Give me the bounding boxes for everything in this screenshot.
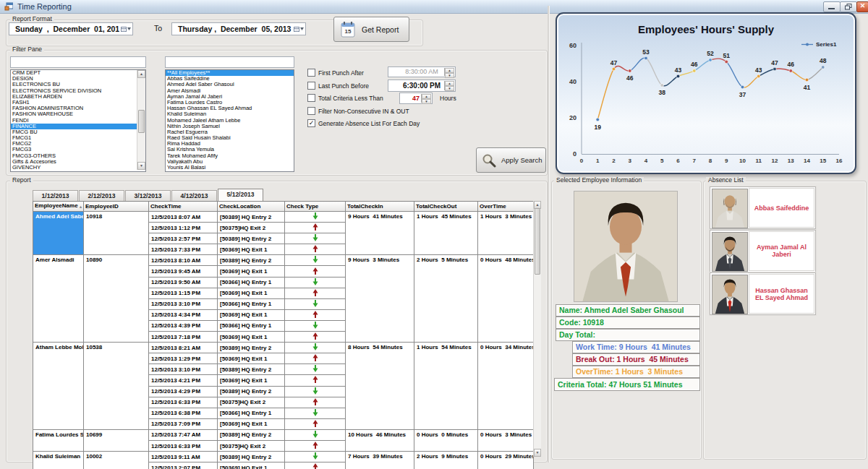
scroll-down-arrow[interactable]: ▼ bbox=[137, 162, 145, 170]
check-time-cell[interactable]: 12/5/2013 8:21 AM bbox=[149, 343, 218, 353]
scroll-up-arrow[interactable]: ▲ bbox=[137, 70, 145, 78]
check-time-cell[interactable]: 12/5/2013 4:34 PM bbox=[149, 309, 218, 320]
tab-5-12-2013[interactable]: 5/12/2013 bbox=[218, 189, 263, 202]
checkbox-total-criteria-less-than[interactable]: Total Criteria Less Than bbox=[307, 94, 383, 102]
get-report-button[interactable]: 15 Get Report bbox=[333, 17, 409, 42]
employee-name-cell[interactable]: Atham Lebbe Mohame... bbox=[33, 343, 84, 430]
check-location-cell[interactable]: [50389] HQ Entry 2 bbox=[218, 386, 285, 397]
check-time-cell[interactable]: 12/5/2013 1:29 PM bbox=[149, 353, 218, 364]
check-location-cell[interactable]: [50369] HQ Exit 1 bbox=[218, 375, 285, 386]
check-time-cell[interactable]: 12/5/2013 2:57 PM bbox=[149, 233, 218, 244]
check-location-cell[interactable]: [50389] HQ Entry 2 bbox=[218, 233, 285, 244]
tab-1-12-2013[interactable]: 1/12/2013 bbox=[33, 190, 78, 202]
check-location-cell[interactable]: [50369] HQ Exit 1 bbox=[218, 244, 285, 255]
total-checkin-cell[interactable]: 10 Hours 46 Minutes bbox=[346, 429, 414, 451]
scrollbar-thumb[interactable] bbox=[138, 110, 145, 133]
employee-name-cell[interactable]: Ahmed Adel Saber Gh... bbox=[33, 212, 84, 255]
column-header-totalcheckin[interactable]: TotalCheckIn bbox=[346, 202, 414, 212]
check-location-cell[interactable]: [50366] HQ Entry 1 bbox=[218, 298, 285, 309]
check-type-cell[interactable] bbox=[285, 353, 346, 364]
check-location-cell[interactable]: [50369] HQ Exit 1 bbox=[218, 309, 285, 320]
check-type-cell[interactable] bbox=[285, 288, 346, 298]
check-time-cell[interactable]: 12/5/2013 3:10 PM bbox=[149, 364, 218, 375]
total-checkout-cell[interactable]: 2 Hours 5 Minutes bbox=[414, 255, 478, 343]
total-checkin-cell[interactable]: 9 Hours 41 Minutes bbox=[346, 212, 414, 255]
check-time-cell[interactable]: 12/5/2013 3:10 PM bbox=[149, 298, 218, 309]
checkbox-first-punch-after[interactable]: First Punch After bbox=[307, 69, 364, 77]
list-item[interactable]: FASHION WAREHOUSE bbox=[11, 111, 145, 117]
overtime-cell[interactable]: 0 Hours 48 Minutes bbox=[478, 255, 534, 343]
apply-search-button[interactable]: Apply Search bbox=[476, 147, 546, 173]
check-type-cell[interactable] bbox=[285, 332, 346, 343]
from-date-picker[interactable]: Sunday , December 01, 2013 bbox=[9, 22, 133, 35]
overtime-cell[interactable]: 1 Hours 3 Minutes bbox=[478, 212, 534, 255]
check-location-cell[interactable]: [50369] HQ Exit 1 bbox=[218, 353, 285, 364]
check-location-cell[interactable]: [50369] HQ Exit 1 bbox=[218, 418, 285, 429]
scrollbar-thumb[interactable] bbox=[535, 208, 540, 275]
list-item[interactable]: GIVENCHY bbox=[11, 165, 145, 171]
check-type-cell[interactable] bbox=[285, 440, 346, 451]
check-type-cell[interactable] bbox=[285, 364, 346, 375]
column-header-checktime[interactable]: CheckTime bbox=[149, 202, 218, 212]
check-time-cell[interactable]: 12/5/2013 8:10 AM bbox=[149, 255, 218, 266]
check-time-cell[interactable]: 12/5/2013 9:11 AM bbox=[149, 452, 218, 462]
column-header-overtime[interactable]: OverTime bbox=[478, 202, 534, 212]
checkbox-last-punch-before[interactable]: Last Punch Before bbox=[307, 82, 369, 90]
check-location-cell[interactable]: [50369] HQ Exit 1 bbox=[218, 462, 285, 469]
total-checkin-cell[interactable]: 9 Hours 3 Minutes bbox=[346, 255, 414, 343]
check-time-cell[interactable]: 12/5/2013 7:33 PM bbox=[149, 244, 218, 255]
column-header-check-type[interactable]: Check Type bbox=[285, 202, 346, 212]
check-time-cell[interactable]: 12/5/2013 4:21 PM bbox=[149, 375, 218, 386]
check-type-cell[interactable] bbox=[285, 462, 346, 469]
check-type-cell[interactable] bbox=[285, 266, 346, 277]
overtime-cell[interactable]: 0 Hours 3 Minutes bbox=[478, 429, 534, 451]
total-checkout-cell[interactable]: 1 Hours 54 Minutes bbox=[414, 343, 478, 430]
check-location-cell[interactable]: [50366] HQ Entry 1 bbox=[218, 320, 285, 331]
employee-listbox[interactable]: **All Employees**Abbas SaifeddineAhmed A… bbox=[165, 69, 294, 172]
check-type-cell[interactable] bbox=[285, 212, 346, 223]
check-location-cell[interactable]: [50369] HQ Exit 1 bbox=[218, 332, 285, 343]
column-header-checklocation[interactable]: CheckLocation bbox=[218, 202, 285, 212]
total-checkout-cell[interactable]: 0 Hours 0 Minutes bbox=[414, 429, 478, 451]
column-header-employeeid[interactable]: EmployeeID bbox=[84, 202, 149, 212]
check-location-cell[interactable]: [50389] HQ Entry 2 bbox=[218, 212, 285, 223]
check-time-cell[interactable]: 12/5/2013 7:47 AM bbox=[149, 429, 218, 440]
overtime-cell[interactable]: 0 Hours 34 Minutes bbox=[478, 343, 534, 430]
check-type-cell[interactable] bbox=[285, 397, 346, 408]
checkbox-filter-non-consecutive-in-out[interactable]: Filter Non-Consecutive IN & OUT bbox=[307, 107, 409, 115]
tab-2-12-2013[interactable]: 2/12/2013 bbox=[79, 190, 124, 202]
check-time-cell[interactable]: 12/5/2013 7:09 PM bbox=[149, 418, 218, 429]
check-time-cell[interactable]: 12/5/2013 1:15 PM bbox=[149, 288, 218, 298]
employee-name-cell[interactable]: Fatima Lourdes Saria bbox=[33, 429, 84, 451]
check-type-cell[interactable] bbox=[285, 233, 346, 244]
employee-id-cell[interactable]: 10538 bbox=[84, 343, 149, 430]
check-location-cell[interactable]: [50369] HQ Exit 1 bbox=[218, 266, 285, 277]
employee-id-cell[interactable]: 10002 bbox=[84, 452, 149, 469]
to-date-picker[interactable]: Thursday , December 05, 2013 bbox=[171, 22, 306, 35]
check-time-cell[interactable]: 12/5/2013 1:12 PM bbox=[149, 223, 218, 233]
checkbox-box[interactable] bbox=[307, 94, 315, 102]
first-punch-time-spinner[interactable]: 8:30:00 AM ▲▼ bbox=[388, 66, 456, 77]
department-search-input[interactable] bbox=[10, 56, 146, 68]
from-date-dropdown[interactable] bbox=[119, 24, 132, 34]
check-type-cell[interactable] bbox=[285, 298, 346, 309]
check-location-cell[interactable]: [50375]HQ Exit 2 bbox=[218, 223, 285, 233]
list-item[interactable]: ELIZABETH ARDEN bbox=[11, 94, 145, 100]
check-type-cell[interactable] bbox=[285, 309, 346, 320]
check-type-cell[interactable] bbox=[285, 418, 346, 429]
list-item[interactable]: Younis Al Balasi bbox=[166, 165, 294, 171]
check-type-cell[interactable] bbox=[285, 277, 346, 288]
tab-3-12-2013[interactable]: 3/12/2013 bbox=[125, 190, 171, 202]
check-location-cell[interactable]: [50389] HQ Entry 2 bbox=[218, 452, 285, 462]
checkbox-generate-absence-list-for-each-day[interactable]: ✓Generate Absence List For Each Day bbox=[307, 119, 420, 127]
check-type-cell[interactable] bbox=[285, 255, 346, 266]
minimize-button[interactable] bbox=[823, 1, 841, 12]
criteria-hours-spinner[interactable]: 47 ▲▼ bbox=[399, 92, 433, 104]
total-checkout-cell[interactable]: 2 Hours 9 Minutes bbox=[414, 452, 478, 469]
check-time-cell[interactable]: 12/5/2013 4:39 PM bbox=[149, 320, 218, 331]
check-type-cell[interactable] bbox=[285, 408, 346, 418]
employee-id-cell[interactable]: 10890 bbox=[84, 255, 149, 343]
check-time-cell[interactable]: 12/5/2013 4:29 PM bbox=[149, 386, 218, 397]
scroll-down-arrow[interactable]: ▼ bbox=[534, 449, 541, 457]
check-location-cell[interactable]: [50389] HQ Entry 2 bbox=[218, 255, 285, 266]
